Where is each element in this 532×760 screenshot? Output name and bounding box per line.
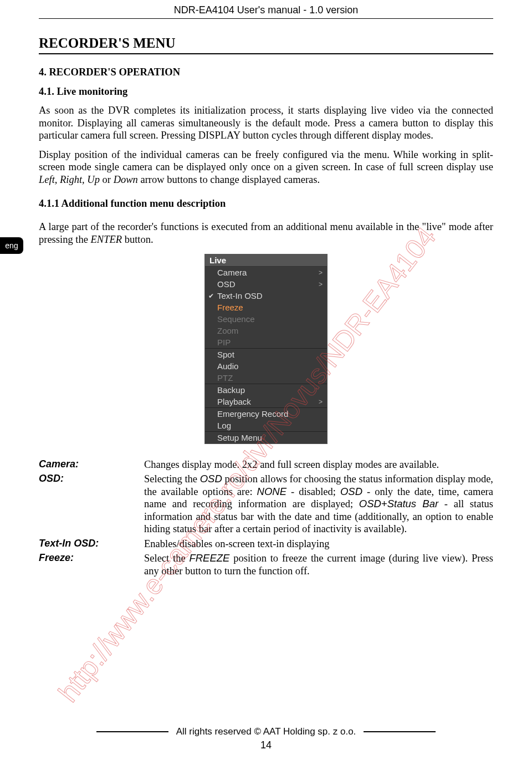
paragraph-1: As soon as the DVR completes its initial… [39,104,493,142]
def-osd: OSD: Selecting the OSD position allows f… [39,473,493,535]
def-term-camera: Camera: [39,458,144,471]
menu-screenshot-wrap: Live Camera>OSD>✔Text-In OSDFreezeSequen… [39,254,493,444]
menu-item-label: Backup [217,385,245,395]
menu-item-label: Emergency Record [217,409,288,419]
def-term-osd: OSD: [39,473,144,535]
menu-item: Camera> [205,267,327,278]
footer-text: All rights reserved © AAT Holding sp. z … [176,726,356,737]
menu-item: Sequence [205,313,327,325]
menu-item-label: Spot [217,350,234,359]
menu-item: Playback> [205,396,327,407]
menu-item-label: PTZ [217,373,233,382]
chevron-right-icon: > [319,398,323,406]
heading-4-1-1: 4.1.1 Additional function menu descripti… [39,198,493,210]
menu-item: Log [205,420,327,431]
footer-line: All rights reserved © AAT Holding sp. z … [39,726,493,737]
heading-4: 4. RECORDER'S OPERATION [39,67,493,78]
menu-item-label: Camera [217,268,247,277]
menu-item-label: Playback [217,397,251,406]
menu-item: ✔Text-In OSD [205,290,327,302]
menu-title: Live [205,254,327,267]
heading-4-1: 4.1. Live monitoring [39,86,493,98]
check-icon: ✔ [208,292,214,300]
menu-item-label: Freeze [217,303,243,312]
page-number: 14 [39,739,493,751]
section-title: RECORDER'S MENU [39,35,493,51]
chevron-right-icon: > [319,269,323,277]
menu-item: Zoom [205,325,327,336]
menu-item: Emergency Record [205,407,327,420]
def-freeze: Freeze: Select the FREEZE position to fr… [39,552,493,577]
def-term-textin: Text-In OSD: [39,538,144,550]
language-tab: eng [0,237,23,254]
menu-item: OSD> [205,278,327,290]
doc-header: NDR-EA4104 User's manual - 1.0 version [39,0,493,19]
def-camera: Camera: Changes display mode. 2x2 and fu… [39,458,493,471]
def-term-freeze: Freeze: [39,552,144,577]
title-rule [39,53,493,54]
paragraph-2: Display position of the individual camer… [39,149,493,186]
menu-item-label: Log [217,421,231,430]
menu-item: Freeze [205,302,327,313]
definitions-block: Camera: Changes display mode. 2x2 and fu… [39,458,493,578]
menu-item: PIP [205,336,327,348]
def-desc-osd: Selecting the OSD position allows for ch… [144,473,493,535]
menu-item: Setup Menu [205,431,327,443]
menu-item-label: Sequence [217,314,255,324]
menu-item-label: PIP [217,338,231,347]
menu-item: Spot [205,348,327,360]
def-desc-freeze: Select the FREEZE position to freeze the… [144,552,493,577]
menu-item-label: OSD [217,279,236,289]
def-textin: Text-In OSD: Enables/disables on-screen … [39,538,493,550]
menu-item-label: Text-In OSD [217,291,263,300]
live-menu: Live Camera>OSD>✔Text-In OSDFreezeSequen… [204,254,328,444]
menu-item-label: Audio [217,361,238,371]
menu-item: PTZ [205,372,327,384]
menu-item: Backup [205,384,327,396]
menu-item-label: Setup Menu [217,433,262,442]
def-desc-camera: Changes display mode. 2x2 and full scree… [144,458,493,471]
menu-item: Audio [205,360,327,372]
def-desc-textin: Enables/disables on-screen text-in displ… [144,538,493,550]
paragraph-3: A large part of the recorder's functions… [39,221,493,246]
menu-item-label: Zoom [217,326,238,335]
chevron-right-icon: > [319,280,323,288]
